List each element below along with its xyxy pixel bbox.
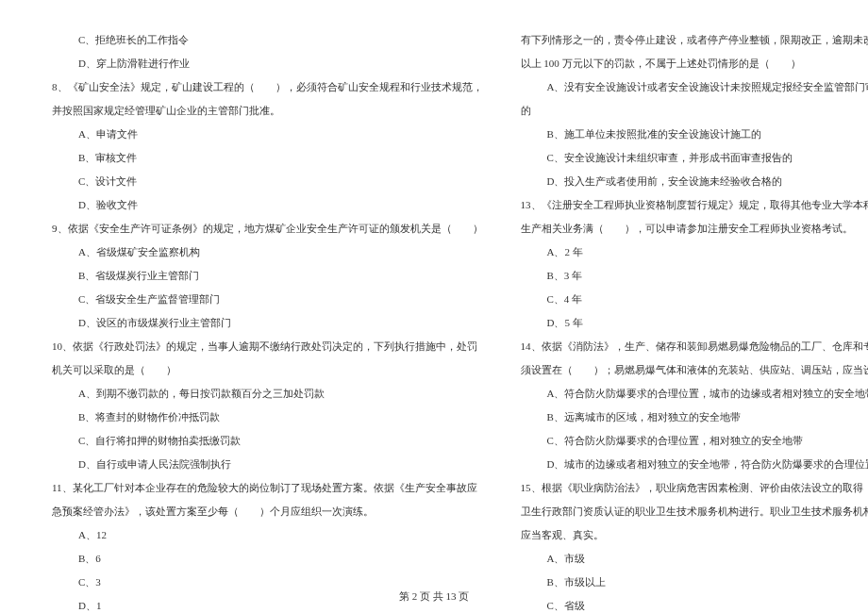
text-line: 8、《矿山安全法》规定，矿山建设工程的（ ），必须符合矿山安全规程和行业技术规范…	[52, 75, 483, 99]
text-line: C、安全设施设计未组织审查，并形成书面审查报告的	[521, 146, 869, 170]
text-line: A、没有安全设施设计或者安全设施设计未按照规定报经安全监管部门审查同意，擅自开工	[521, 75, 869, 99]
text-line: A、到期不缴罚款的，每日按罚款额百分之三加处罚款	[52, 382, 483, 406]
text-line: A、市级	[521, 547, 869, 571]
text-line: B、远离城市的区域，相对独立的安全地带	[521, 406, 869, 429]
text-line: 13、《注册安全工程师执业资格制度暂行规定》规定，取得其他专业大学本科学历，从事…	[521, 193, 869, 217]
text-line: D、自行或申请人民法院强制执行	[52, 453, 483, 476]
text-line: 生产相关业务满（ ），可以申请参加注册安全工程师执业资格考试。	[521, 217, 869, 240]
text-line: C、自行将扣押的财物拍卖抵缴罚款	[52, 429, 483, 453]
text-line: C、设计文件	[52, 170, 483, 193]
text-line: 急预案经管办法》，该处置方案至少每（ ）个月应组织一次演练。	[52, 500, 483, 523]
text-line: A、12	[52, 523, 483, 547]
text-line: 14、依据《消防法》，生产、储存和装卸易燃易爆危险物品的工厂、仓库和专用车站、码…	[521, 335, 869, 358]
text-line: A、符合防火防爆要求的合理位置，城市的边缘或者相对独立的安全地带	[521, 382, 869, 406]
text-line: B、审核文件	[52, 146, 483, 170]
text-line: B、3 年	[521, 264, 869, 288]
text-line: 9、依据《安全生产许可证条例》的规定，地方煤矿企业安全生产许可证的颁发机关是（ …	[52, 217, 483, 240]
text-line: 15、根据《职业病防治法》，职业病危害因素检测、评价由依法设立的取得（ ）人民政…	[521, 476, 869, 500]
text-line: A、省级煤矿安全监察机构	[52, 240, 483, 264]
page-container: C、拒绝班长的工作指令D、穿上防滑鞋进行作业8、《矿山安全法》规定，矿山建设工程…	[0, 0, 868, 613]
text-line: B、施工单位未按照批准的安全设施设计施工的	[521, 123, 869, 146]
text-line: 有下列情形之一的，责令停止建设，或者停产停业整顿，限期改正，逾期未改正的，处 5…	[521, 28, 869, 52]
left-column: C、拒绝班长的工作指令D、穿上防滑鞋进行作业8、《矿山安全法》规定，矿山建设工程…	[38, 28, 502, 589]
right-column: 有下列情形之一的，责令停止建设，或者停产停业整顿，限期改正，逾期未改正的，处 5…	[502, 28, 869, 589]
text-line: D、5 年	[521, 311, 869, 335]
text-line: B、6	[52, 547, 483, 571]
page-footer: 第 2 页 共 13 页	[0, 589, 868, 604]
text-line: C、符合防火防爆要求的合理位置，相对独立的安全地带	[521, 429, 869, 453]
text-line: D、设区的市级煤炭行业主管部门	[52, 311, 483, 335]
text-line: A、2 年	[521, 240, 869, 264]
text-line: B、将查封的财物作价冲抵罚款	[52, 406, 483, 429]
text-line: 应当客观、真实。	[521, 523, 869, 547]
text-line: C、4 年	[521, 288, 869, 311]
text-line: C、拒绝班长的工作指令	[52, 28, 483, 52]
text-line: 11、某化工厂针对本企业存在的危险较大的岗位制订了现场处置方案。依据《生产安全事…	[52, 476, 483, 500]
text-line: D、验收文件	[52, 193, 483, 217]
text-line: 卫生行政部门资质认证的职业卫生技术服务机构进行。职业卫生技术服务机构所作检测、评…	[521, 500, 869, 523]
text-line: A、申请文件	[52, 123, 483, 146]
text-line: D、穿上防滑鞋进行作业	[52, 52, 483, 75]
text-line: D、投入生产或者使用前，安全设施未经验收合格的	[521, 170, 869, 193]
text-line: B、省级煤炭行业主管部门	[52, 264, 483, 288]
text-line: C、省级安全生产监督管理部门	[52, 288, 483, 311]
text-line: D、城市的边缘或者相对独立的安全地带，符合防火防爆要求的合理位置	[521, 453, 869, 476]
text-line: 并按照国家规定经管理矿山企业的主管部门批准。	[52, 99, 483, 123]
text-line: 的	[521, 99, 869, 123]
text-line: 须设置在（ ）；易燃易爆气体和液体的充装站、供应站、调压站，应当设置在（ ）	[521, 358, 869, 382]
text-line: 以上 100 万元以下的罚款，不属于上述处罚情形的是（ ）	[521, 52, 869, 75]
text-line: 10、依据《行政处罚法》的规定，当事人逾期不缴纳行政处罚决定的，下列执行措施中，…	[52, 335, 483, 358]
text-line: 机关可以采取的是（ ）	[52, 358, 483, 382]
